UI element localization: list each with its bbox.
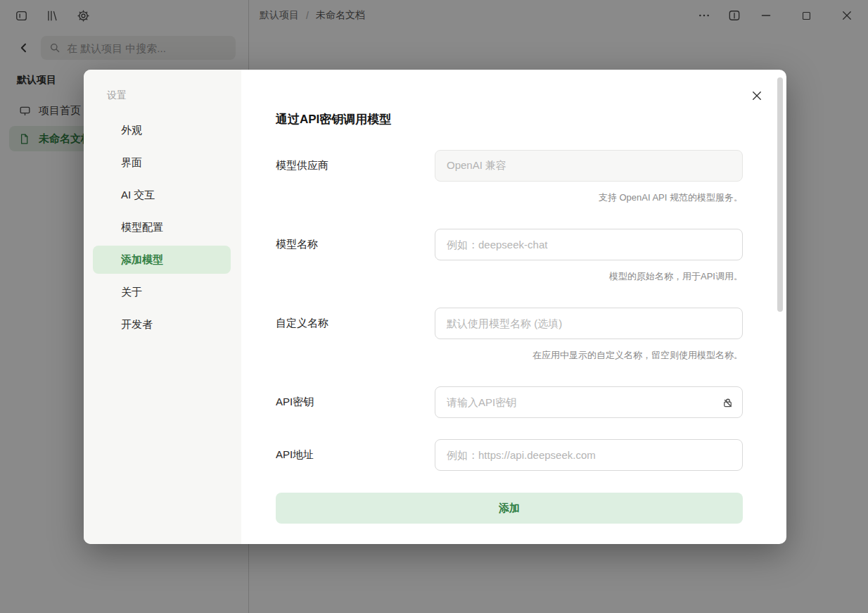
custom-name-field[interactable] (435, 308, 743, 339)
provider-label: 模型供应商 (276, 159, 435, 172)
form-row-custom-name: 自定义名称 (276, 308, 743, 339)
custom-name-hint: 在应用中显示的自定义名称，留空则使用模型名称。 (276, 349, 743, 362)
page-title: 通过API密钥调用模型 (276, 111, 743, 127)
settings-nav-developer[interactable]: 开发者 (93, 310, 231, 339)
form-row-api-url: API地址 (276, 439, 743, 471)
settings-nav: 设置 外观 界面 AI 交互 模型配置 添加模型 关于 开发者 (84, 70, 241, 544)
provider-hint: 支持 OpenAI API 规范的模型服务。 (276, 191, 743, 204)
api-key-label: API密钥 (276, 396, 435, 409)
app-window: 默认项目 项目首页 (0, 0, 868, 613)
settings-nav-appearance[interactable]: 外观 (93, 116, 231, 144)
model-name-label: 模型名称 (276, 238, 435, 251)
settings-modal: 设置 外观 界面 AI 交互 模型配置 添加模型 关于 开发者 通过API密钥调… (84, 70, 786, 544)
add-model-form: 模型供应商 支持 OpenAI API 规范的模型服务。 模型名称 模型的原始名… (276, 150, 743, 524)
api-key-field[interactable] (435, 386, 743, 418)
settings-nav-model-config[interactable]: 模型配置 (93, 213, 231, 241)
settings-nav-header: 设置 (107, 89, 231, 102)
settings-nav-about[interactable]: 关于 (93, 278, 231, 306)
model-name-field[interactable] (435, 229, 743, 260)
form-row-provider: 模型供应商 (276, 150, 743, 182)
settings-content: 通过API密钥调用模型 模型供应商 支持 OpenAI API 规范的模型服务。… (241, 70, 786, 544)
api-url-field[interactable] (435, 439, 743, 471)
form-row-api-key: API密钥 (276, 386, 743, 418)
settings-nav-add-model[interactable]: 添加模型 (93, 246, 231, 274)
lock-slash-icon[interactable] (721, 396, 734, 409)
settings-nav-interface[interactable]: 界面 (93, 148, 231, 177)
form-row-model-name: 模型名称 (276, 229, 743, 260)
modal-close-icon[interactable] (748, 87, 765, 104)
add-button[interactable]: 添加 (276, 493, 743, 524)
model-name-hint: 模型的原始名称，用于API调用。 (276, 270, 743, 283)
settings-nav-ai-interaction[interactable]: AI 交互 (93, 181, 231, 209)
custom-name-label: 自定义名称 (276, 317, 435, 330)
provider-field (435, 150, 743, 182)
api-url-label: API地址 (276, 448, 435, 462)
modal-scrollbar[interactable] (777, 77, 783, 312)
